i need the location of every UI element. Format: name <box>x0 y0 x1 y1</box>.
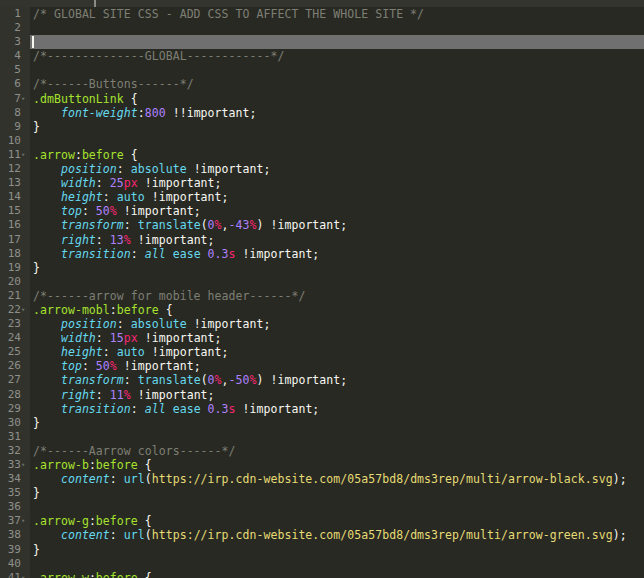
code-line[interactable]: 20 <box>0 275 644 289</box>
fold-toggle-icon[interactable]: ▾ <box>21 303 30 317</box>
fold-toggle-icon[interactable]: ▾ <box>21 514 30 528</box>
code-line[interactable]: 3 <box>0 35 644 49</box>
code-line[interactable]: 41▾.arrow-w:before { <box>0 571 644 578</box>
code-line-text[interactable] <box>30 557 644 571</box>
code-line[interactable]: 27 transform: translate(0%,-50%) !import… <box>0 373 644 387</box>
code-line[interactable]: 8 font-weight:800 !!important; <box>0 106 644 120</box>
code-line[interactable]: 7▾.dmButtonLink { <box>0 92 644 106</box>
token-pi: content <box>61 472 110 486</box>
code-line-text[interactable]: .dmButtonLink { <box>30 92 644 106</box>
code-line-text[interactable]: height: auto !important; <box>30 190 644 204</box>
code-line-text[interactable] <box>30 63 644 77</box>
code-line[interactable]: 32/*------Aarrow colors------*/ <box>0 444 644 458</box>
code-line[interactable]: 38 content: url(https://irp.cdn-website.… <box>0 528 644 542</box>
code-line-text[interactable]: .arrow-g:before { <box>30 514 644 528</box>
code-line[interactable]: 24 width: 15px !important; <box>0 331 644 345</box>
code-line[interactable]: 19} <box>0 261 644 275</box>
code-line-text[interactable] <box>30 275 644 289</box>
code-line[interactable]: 39} <box>0 543 644 557</box>
code-line-text[interactable]: transform: translate(0%,-43%) !important… <box>30 218 644 232</box>
fold-toggle-icon[interactable]: ▾ <box>21 148 30 162</box>
code-line[interactable]: 37▾.arrow-g:before { <box>0 514 644 528</box>
code-line[interactable]: 14 height: auto !important; <box>0 190 644 204</box>
code-line[interactable]: 34 content: url(https://irp.cdn-website.… <box>0 472 644 486</box>
code-line-text[interactable]: right: 11% !important; <box>30 388 644 402</box>
code-line-text[interactable]: } <box>30 486 644 500</box>
code-line-text[interactable] <box>30 134 644 148</box>
code-line-text[interactable]: font-weight:800 !!important; <box>30 106 644 120</box>
code-line-text[interactable]: } <box>30 543 644 557</box>
code-line-text[interactable]: .arrow:before { <box>30 148 644 162</box>
code-line[interactable]: 29 transition: all ease 0.3s !important; <box>0 402 644 416</box>
token-un: % <box>250 373 257 387</box>
code-line-text[interactable]: position: absolute !important; <box>30 317 644 331</box>
code-line-text[interactable]: /* GLOBAL SITE CSS - ADD CSS TO AFFECT T… <box>30 7 644 21</box>
code-line-text[interactable]: transition: all ease 0.3s !important; <box>30 247 644 261</box>
code-line-text[interactable]: content: url(https://irp.cdn-website.com… <box>30 528 644 542</box>
code-line-text[interactable]: } <box>30 120 644 134</box>
line-number: 5 <box>0 63 30 77</box>
code-line-text[interactable]: transition: all ease 0.3s !important; <box>30 402 644 416</box>
code-line[interactable]: 4/*--------------GLOBAL------------*/ <box>0 49 644 63</box>
code-line-text[interactable]: content: url(https://irp.cdn-website.com… <box>30 472 644 486</box>
code-line[interactable]: 1/* GLOBAL SITE CSS - ADD CSS TO AFFECT … <box>0 7 644 21</box>
fold-toggle-icon[interactable]: ▾ <box>21 92 30 106</box>
code-line[interactable]: 15 top: 50% !important; <box>0 204 644 218</box>
token-pn: } <box>33 486 40 500</box>
code-line-text[interactable]: top: 50% !important; <box>30 204 644 218</box>
token-un: % <box>215 373 222 387</box>
token-sel: .arrow <box>33 148 75 162</box>
code-line[interactable]: 21/*------arrow for mobile header------*… <box>0 289 644 303</box>
code-line-text[interactable]: .arrow-mobl:before { <box>30 303 644 317</box>
code-line-text[interactable]: position: absolute !important; <box>30 162 644 176</box>
code-line[interactable]: 11▾.arrow:before { <box>0 148 644 162</box>
code-line[interactable]: 13 width: 25px !important; <box>0 176 644 190</box>
code-line-text[interactable]: width: 25px !important; <box>30 176 644 190</box>
token-pn: } <box>33 543 40 557</box>
code-line-text[interactable]: width: 15px !important; <box>30 331 644 345</box>
code-line-text[interactable]: .arrow-w:before { <box>30 571 644 578</box>
fold-toggle-icon[interactable]: ▾ <box>21 458 30 472</box>
code-line-text[interactable]: /*--------------GLOBAL------------*/ <box>30 49 644 63</box>
code-line[interactable]: 9} <box>0 120 644 134</box>
code-line-text[interactable] <box>30 430 644 444</box>
code-line-text[interactable]: /*------Buttons------*/ <box>30 77 644 91</box>
editor-lines[interactable]: 1/* GLOBAL SITE CSS - ADD CSS TO AFFECT … <box>0 7 644 578</box>
code-line[interactable]: 6/*------Buttons------*/ <box>0 77 644 91</box>
code-line[interactable]: 31 <box>0 430 644 444</box>
code-line[interactable]: 12 position: absolute !important; <box>0 162 644 176</box>
code-line[interactable]: 23 position: absolute !important; <box>0 317 644 331</box>
code-line-text[interactable]: right: 13% !important; <box>30 233 644 247</box>
code-line[interactable]: 16 transform: translate(0%,-43%) !import… <box>0 218 644 232</box>
code-line-text[interactable]: top: 50% !important; <box>30 359 644 373</box>
code-line[interactable]: 22▾.arrow-mobl:before { <box>0 303 644 317</box>
code-line[interactable]: 36 <box>0 500 644 514</box>
code-line-text[interactable]: transform: translate(0%,-50%) !important… <box>30 373 644 387</box>
code-line[interactable]: 17 right: 13% !important; <box>0 233 644 247</box>
fold-toggle-icon[interactable]: ▾ <box>21 571 30 578</box>
code-line[interactable]: 10 <box>0 134 644 148</box>
code-line[interactable]: 2 <box>0 21 644 35</box>
token-c: /*--------------GLOBAL------------*/ <box>33 49 284 63</box>
code-line-text[interactable]: } <box>30 416 644 430</box>
code-line[interactable]: 40 <box>0 557 644 571</box>
code-line[interactable]: 5 <box>0 63 644 77</box>
code-line[interactable]: 25 height: auto !important; <box>0 345 644 359</box>
code-line-text[interactable] <box>30 21 644 35</box>
code-line[interactable]: 18 transition: all ease 0.3s !important; <box>0 247 644 261</box>
line-number: 24 <box>0 331 30 345</box>
code-line-text[interactable]: .arrow-b:before { <box>30 458 644 472</box>
code-line[interactable]: 35} <box>0 486 644 500</box>
code-line[interactable]: 30} <box>0 416 644 430</box>
code-line-text[interactable] <box>30 35 644 49</box>
code-line-text[interactable]: /*------Aarrow colors------*/ <box>30 444 644 458</box>
token-pn: ); <box>613 472 627 486</box>
code-line-text[interactable]: height: auto !important; <box>30 345 644 359</box>
code-line-text[interactable]: /*------arrow for mobile header------*/ <box>30 289 644 303</box>
code-line-text[interactable] <box>30 500 644 514</box>
code-line-text[interactable]: } <box>30 261 644 275</box>
code-line[interactable]: 33▾.arrow-b:before { <box>0 458 644 472</box>
code-line[interactable]: 28 right: 11% !important; <box>0 388 644 402</box>
code-line[interactable]: 26 top: 50% !important; <box>0 359 644 373</box>
css-code-editor[interactable]: 1/* GLOBAL SITE CSS - ADD CSS TO AFFECT … <box>0 0 644 578</box>
